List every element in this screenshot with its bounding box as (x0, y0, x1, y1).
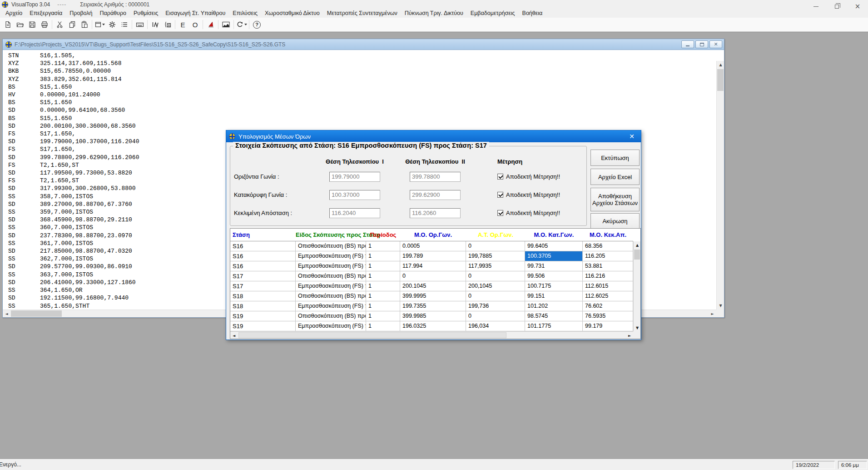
accepted-measurement-checkbox[interactable] (497, 210, 503, 216)
menu-item[interactable]: Χωροσταθμικό Δίκτυο (261, 9, 323, 18)
telescope-i-input[interactable]: 199.79000 (329, 172, 380, 182)
accepted-measurement-checkbox[interactable] (497, 174, 503, 180)
mean-hz-angle-cell[interactable]: 0.0005 (400, 241, 466, 251)
table-row[interactable]: S18 Οπισθοσκόπευση (BS) προς: S17 1 399.… (230, 291, 633, 301)
mean-slope-dist-cell[interactable]: 99.179 (583, 321, 633, 331)
help-button[interactable]: ? (251, 19, 263, 30)
scroll-left-arrow[interactable]: ◄ (3, 310, 10, 318)
mean-slope-dist-cell[interactable]: 116.205 (583, 251, 633, 261)
scrollbar-thumb[interactable] (717, 69, 724, 91)
mean-slope-dist-cell[interactable]: 68.356 (583, 241, 633, 251)
mean-hz-angle-cell[interactable]: 200.1045 (400, 281, 466, 291)
sighting-type-cell[interactable]: Οπισθοσκόπευση (BS) προς: S16 (296, 271, 366, 281)
table-row[interactable]: S17 Οπισθοσκόπευση (BS) προς: S16 1 0 0 … (230, 271, 633, 281)
editor-close-button[interactable]: ✕ (709, 40, 722, 48)
station-cell[interactable]: S18 (230, 301, 296, 311)
station-cell[interactable]: S18 (230, 291, 296, 301)
copy-button[interactable] (66, 19, 78, 30)
cut-button[interactable] (54, 19, 66, 30)
sighting-type-cell[interactable]: Εμπροσθοσκόπευση (FS) προς: S20 (296, 321, 366, 331)
at-hz-angle-cell[interactable]: 196,034 (466, 321, 525, 331)
table-vertical-scrollbar[interactable]: ▲ ▼ (633, 241, 640, 331)
scroll-down-arrow[interactable]: ▼ (717, 302, 724, 310)
paste-button[interactable] (78, 19, 90, 30)
open-file-button[interactable] (14, 19, 26, 30)
mean-slope-dist-cell[interactable]: 116.216 (583, 271, 633, 281)
print-button[interactable] (38, 19, 50, 30)
letter-e-button[interactable]: E (177, 19, 189, 30)
menu-item[interactable]: Εμβαδομετρήσεις (467, 9, 519, 18)
sighting-type-cell[interactable]: Εμπροσθοσκόπευση (FS) προς: S18 (296, 281, 366, 291)
mean-hz-angle-cell[interactable]: 199.789 (400, 251, 466, 261)
sighting-type-cell[interactable]: Οπισθοσκόπευση (BS) προς: S17 (296, 291, 366, 301)
table-row[interactable]: S16 Οπισθοσκόπευση (BS) προς: S15 1 0.00… (230, 241, 633, 251)
editor-minimize-button[interactable] (681, 40, 694, 48)
at-hz-angle-cell[interactable]: 199,7885 (466, 251, 525, 261)
mean-hz-angle-cell[interactable]: 0 (400, 271, 466, 281)
save-stations-file-button[interactable]: Αποθήκευση Αρχείου Στάσεων (590, 188, 640, 211)
menu-item[interactable]: Μετατροπές Συντεταγμένων (323, 9, 401, 18)
at-hz-angle-cell[interactable]: 0 (466, 271, 525, 281)
mean-hz-angle-cell[interactable]: 196.0325 (400, 321, 466, 331)
mean-v-angle-cell[interactable]: 98.5745 (525, 311, 583, 321)
at-hz-angle-cell[interactable]: 0 (466, 311, 525, 321)
mean-slope-dist-cell[interactable]: 112.6025 (583, 291, 633, 301)
settings-button[interactable] (106, 19, 118, 30)
sighting-type-cell[interactable]: Οπισθοσκόπευση (BS) προς: S15 (296, 241, 366, 251)
sighting-type-cell[interactable]: Εμπροσθοσκόπευση (FS) προς: T2 (296, 261, 366, 271)
table-row[interactable]: S19 Εμπροσθοσκόπευση (FS) προς: S20 1 19… (230, 321, 633, 331)
mean-slope-dist-cell[interactable]: 76.5935 (583, 311, 633, 321)
sighting-type-cell[interactable]: Οπισθοσκόπευση (BS) προς: S18 (296, 311, 366, 321)
mean-v-angle-cell[interactable]: 100.7175 (525, 281, 583, 291)
table-row[interactable]: S16 Εμπροσθοσκόπευση (FS) προς: S17 1 19… (230, 251, 633, 261)
menu-item[interactable]: Αρχείο (2, 9, 26, 18)
station-cell[interactable]: S19 (230, 321, 296, 331)
editor-maximize-button[interactable] (695, 40, 708, 48)
menu-item[interactable]: Επιλύσεις (229, 9, 261, 18)
scroll-up-arrow[interactable]: ▲ (634, 241, 641, 249)
station-cell[interactable]: S17 (230, 281, 296, 291)
at-hz-angle-cell[interactable]: 0 (466, 241, 525, 251)
station-cell[interactable]: S16 (230, 241, 296, 251)
period-cell[interactable]: 1 (366, 281, 400, 291)
telescope-i-input[interactable]: 116.2040 (329, 208, 380, 218)
scroll-up-arrow[interactable]: ▲ (717, 61, 724, 69)
refresh-button[interactable] (235, 19, 248, 30)
editor-vertical-scrollbar[interactable]: ▲ ▼ (716, 61, 724, 310)
scroll-right-arrow[interactable]: ► (626, 332, 633, 339)
sighting-type-cell[interactable]: Εμπροσθοσκόπευση (FS) προς: S17 (296, 251, 366, 261)
mean-hz-angle-cell[interactable]: 399.9985 (400, 311, 466, 321)
mean-slope-dist-cell[interactable]: 112.6015 (583, 281, 633, 291)
scroll-down-arrow[interactable]: ▼ (634, 324, 641, 331)
mean-slope-dist-cell[interactable]: 53.881 (583, 261, 633, 271)
at-hz-angle-cell[interactable]: 199,736 (466, 301, 525, 311)
menu-item[interactable]: Προβολή (66, 9, 96, 18)
list-button[interactable] (118, 19, 130, 30)
sighting-type-cell[interactable]: Εμπροσθοσκόπευση (FS) προς: S19 (296, 301, 366, 311)
table-horizontal-scrollbar[interactable]: ◄ ► (230, 331, 633, 339)
letter-o-button[interactable]: O (189, 19, 201, 30)
draw-traverse-button[interactable] (149, 19, 161, 30)
station-cell[interactable]: S19 (230, 311, 296, 321)
period-cell[interactable]: 1 (366, 261, 400, 271)
period-cell[interactable]: 1 (366, 271, 400, 281)
scrollbar-thumb[interactable] (634, 250, 640, 260)
editor-titlebar[interactable]: F:\Projects\Projects_VS2015\VT\Bugs_Supp… (3, 39, 724, 50)
telescope-ii-input[interactable]: 116.2060 (410, 208, 461, 218)
telescope-i-input[interactable]: 100.37000 (329, 190, 380, 200)
report-button[interactable] (204, 19, 217, 30)
period-cell[interactable]: 1 (366, 311, 400, 321)
scroll-left-arrow[interactable]: ◄ (230, 332, 238, 339)
period-cell[interactable]: 1 (366, 291, 400, 301)
mean-hz-angle-cell[interactable]: 199.7355 (400, 301, 466, 311)
excel-file-button[interactable]: Αρχείο Excel (590, 169, 640, 185)
table-row[interactable]: S19 Οπισθοσκόπευση (BS) προς: S18 1 399.… (230, 311, 633, 321)
scrollbar-thumb[interactable] (11, 310, 62, 317)
menu-item[interactable]: Παράθυρο (96, 9, 130, 18)
keyboard-input-button[interactable] (134, 19, 146, 30)
telescope-ii-input[interactable]: 399.78800 (410, 172, 461, 182)
mean-v-angle-cell[interactable]: 101.202 (525, 301, 583, 311)
dialog-titlebar[interactable]: Υπολογισμός Μέσων Όρων ✕ (226, 130, 641, 142)
mean-hz-angle-cell[interactable]: 117.994 (400, 261, 466, 271)
period-cell[interactable]: 1 (366, 241, 400, 251)
